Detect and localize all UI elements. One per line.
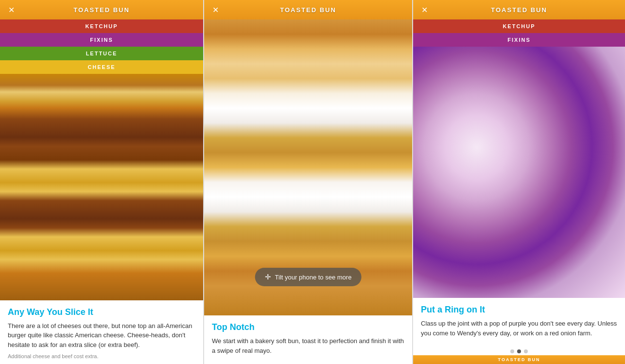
header-title-center: TOASTED BUN — [280, 6, 336, 14]
header-title-left: TOASTED BUN — [73, 6, 130, 14]
header-bar-left: ✕ TOASTED BUN — [0, 0, 203, 19]
layer-bar-cheese-left[interactable]: CHEESE — [0, 60, 203, 74]
header-bar-center: ✕ TOASTED BUN — [204, 0, 412, 19]
header-title-right: TOASTED BUN — [491, 6, 547, 14]
layer-bar-fixins-left[interactable]: FIXINS — [0, 33, 203, 47]
food-image-left — [0, 74, 203, 300]
header-bar-right: ✕ TOASTED BUN — [413, 0, 625, 19]
close-button-left[interactable]: ✕ — [6, 4, 17, 15]
text-section-right: Put a Ring on It Class up the joint with… — [413, 298, 625, 347]
bottom-strip-label: TOASTED BUN — [498, 357, 540, 362]
pagination-dots — [413, 347, 625, 355]
tilt-overlay-text: Tilt your phone to see more — [275, 274, 352, 281]
article-body-left: There are a lot of cheeses out there, bu… — [8, 321, 195, 350]
text-section-center: Top Notch We start with a bakery soft bu… — [204, 315, 412, 364]
layer-bar-fixins-label-right: FIXINS — [507, 37, 530, 43]
layer-bars-right: KETCHUP FIXINS — [413, 19, 625, 47]
panel-right: ✕ TOASTED BUN KETCHUP FIXINS Put a Ring … — [413, 0, 625, 364]
bottom-strip: TOASTED BUN — [413, 355, 625, 364]
layer-bars-left: KETCHUP FIXINS LETTUCE CHEESE — [0, 19, 203, 74]
tilt-overlay: ✛ Tilt your phone to see more — [255, 268, 362, 286]
layer-bar-ketchup-label-right: KETCHUP — [503, 23, 535, 29]
close-button-right[interactable]: ✕ — [419, 4, 430, 15]
layer-bar-ketchup-left[interactable]: KETCHUP — [0, 19, 203, 33]
layer-bar-lettuce-label-left: LETTUCE — [86, 51, 118, 56]
article-title-left: Any Way You Slice It — [8, 307, 195, 317]
layer-bar-fixins-label-left: FIXINS — [90, 37, 113, 43]
article-body-right: Class up the joint with a pop of purple … — [421, 319, 617, 338]
pagination-dot-2[interactable] — [524, 349, 528, 353]
panel-center: ✕ TOASTED BUN ✛ Tilt your phone to see m… — [204, 0, 413, 364]
text-section-left: Any Way You Slice It There are a lot of … — [0, 300, 203, 364]
close-button-center[interactable]: ✕ — [210, 4, 221, 15]
layer-bar-lettuce-left[interactable]: LETTUCE — [0, 47, 203, 60]
article-footnote-left: Additional cheese and beef cost extra. — [8, 353, 195, 359]
burger-image — [0, 74, 203, 300]
move-icon: ✛ — [265, 273, 271, 281]
layer-bar-cheese-label-left: CHEESE — [87, 64, 115, 70]
article-body-center: We start with a bakery soft bun, toast i… — [212, 336, 404, 355]
panel-left: ✕ TOASTED BUN KETCHUP FIXINS LETTUCE CHE… — [0, 0, 204, 364]
onion-image — [413, 47, 625, 298]
layer-bar-ketchup-right[interactable]: KETCHUP — [413, 19, 625, 33]
pagination-dot-1[interactable] — [517, 349, 521, 353]
article-title-right: Put a Ring on It — [421, 305, 617, 315]
food-image-right — [413, 47, 625, 298]
layer-bar-ketchup-label-left: KETCHUP — [85, 23, 118, 29]
pagination-dot-0[interactable] — [510, 349, 514, 353]
food-image-center: ✛ Tilt your phone to see more — [204, 19, 412, 315]
layer-bar-fixins-right[interactable]: FIXINS — [413, 33, 625, 47]
article-title-center: Top Notch — [212, 322, 404, 332]
